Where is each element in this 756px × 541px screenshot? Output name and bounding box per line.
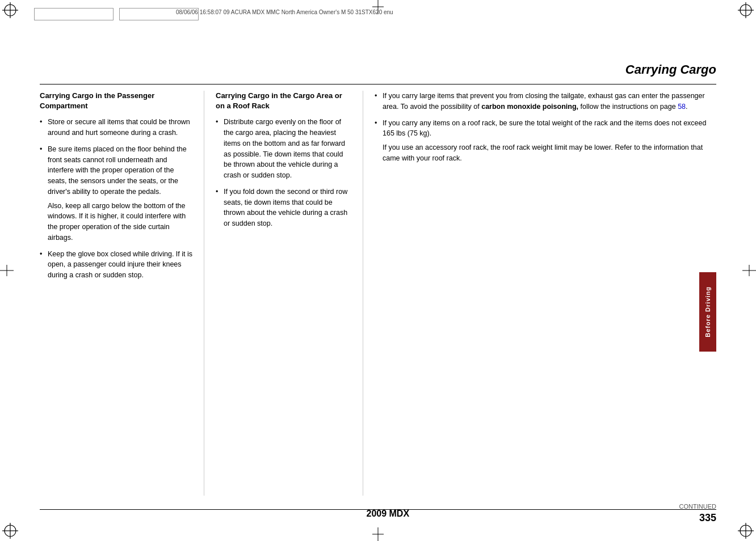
page-title-area: Carrying Cargo [625,62,716,77]
list-item: Distribute cargo evenly on the floor of … [216,117,351,181]
text-after: follow the instructions on page [578,103,678,111]
carbon-monoxide-bold: carbon monoxide poisoning, [481,103,578,111]
roof-rack-text: If you carry any items on a roof rack, b… [383,119,706,138]
crosshair-left [0,265,14,276]
crosshair-right [742,265,756,276]
page-link[interactable]: 58 [678,103,686,111]
list-item: If you carry any items on a roof rack, b… [375,118,716,164]
before-driving-tab: Before Driving [699,272,716,352]
reg-mark-tr [738,2,754,18]
continued-label: CONTINUED [679,503,716,510]
crosshair-bottom [372,527,384,541]
page-container: 08/06/06 16:58:07 09 ACURA MDX MMC North… [0,0,756,541]
footer-right: CONTINUED 335 [679,503,716,524]
paragraph-text: Also, keep all cargo below the bottom of… [48,201,192,243]
footer-model: 2009 MDX [96,509,679,519]
reg-mark-tl [2,2,18,18]
col-middle-list: Distribute cargo evenly on the floor of … [216,117,351,229]
page-title: Carrying Cargo [625,62,716,77]
reg-mark-br [738,523,754,539]
col-middle-heading: Carrying Cargo in the Cargo Area or on a… [216,91,351,111]
title-divider [40,84,716,84]
list-item: Be sure items placed on the floor behind… [40,144,192,243]
list-item: Store or secure all items that could be … [40,117,192,138]
col-cargo: Carrying Cargo in the Cargo Area or on a… [204,91,363,496]
list-item: If you fold down the second or third row… [216,187,351,229]
header-box-left [34,8,114,20]
print-info: 08/06/06 16:58:07 09 ACURA MDX MMC North… [176,9,393,15]
list-item: Keep the glove box closed while driving.… [40,249,192,281]
list-item: If you carry large items that prevent yo… [375,91,716,112]
reg-mark-bl [2,523,18,539]
side-tab-label: Before Driving [704,286,711,337]
col-additional: If you carry large items that prevent yo… [363,91,716,496]
period: . [686,103,687,111]
col-right-list: If you carry large items that prevent yo… [375,91,716,164]
content-area: Carrying Cargo in the Passenger Compartm… [40,91,716,496]
footer: 2009 MDX CONTINUED 335 [40,503,716,524]
col-passenger: Carrying Cargo in the Passenger Compartm… [40,91,204,496]
accessory-roof-rack-text: If you use an accessory roof rack, the r… [383,142,716,164]
col-left-heading: Carrying Cargo in the Passenger Compartm… [40,91,192,111]
page-number: 335 [679,512,716,524]
col-left-list: Store or secure all items that could be … [40,117,192,281]
